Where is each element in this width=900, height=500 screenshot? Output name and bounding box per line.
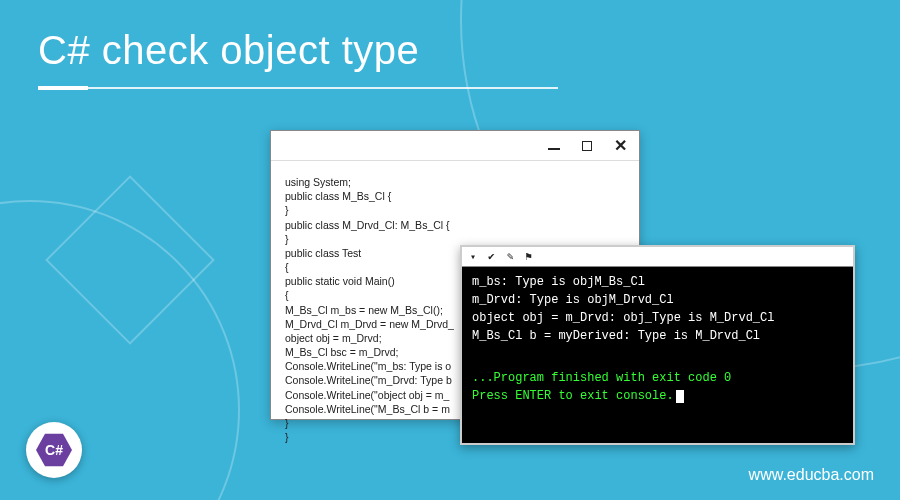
title-underline bbox=[38, 87, 558, 89]
minimize-icon[interactable] bbox=[548, 148, 560, 150]
window-titlebar: ✕ bbox=[271, 131, 639, 161]
site-url: www.educba.com bbox=[749, 466, 874, 484]
console-window: ▾ ✔ ✎ ⚑ m_bs: Type is objM_Bs_Cl m_Drvd:… bbox=[460, 245, 855, 445]
console-line: object obj = m_Drvd: obj_Type is M_Drvd_… bbox=[472, 309, 843, 327]
csharp-icon: C# bbox=[36, 432, 72, 468]
console-toolbar: ▾ ✔ ✎ ⚑ bbox=[462, 247, 853, 267]
console-prompt-line: Press ENTER to exit console. bbox=[472, 387, 843, 405]
toolbar-icon[interactable]: ✎ bbox=[507, 250, 514, 263]
console-output: m_bs: Type is objM_Bs_Cl m_Drvd: Type is… bbox=[462, 267, 853, 411]
title-block: C# check object type bbox=[38, 28, 558, 89]
brand-logo: C# bbox=[26, 422, 82, 478]
toolbar-icon[interactable]: ⚑ bbox=[525, 250, 532, 263]
dropdown-icon[interactable]: ▾ bbox=[470, 251, 476, 263]
toolbar-icon[interactable]: ✔ bbox=[488, 250, 495, 263]
console-line: m_Drvd: Type is objM_Drvd_Cl bbox=[472, 291, 843, 309]
cursor-icon bbox=[676, 390, 684, 403]
maximize-icon[interactable] bbox=[582, 141, 592, 151]
page-title: C# check object type bbox=[38, 28, 558, 73]
console-exit-line: ...Program finished with exit code 0 bbox=[472, 369, 843, 387]
console-line: M_Bs_Cl b = myDerived: Type is M_Drvd_Cl bbox=[472, 327, 843, 345]
console-line: m_bs: Type is objM_Bs_Cl bbox=[472, 273, 843, 291]
close-icon[interactable]: ✕ bbox=[614, 136, 627, 155]
